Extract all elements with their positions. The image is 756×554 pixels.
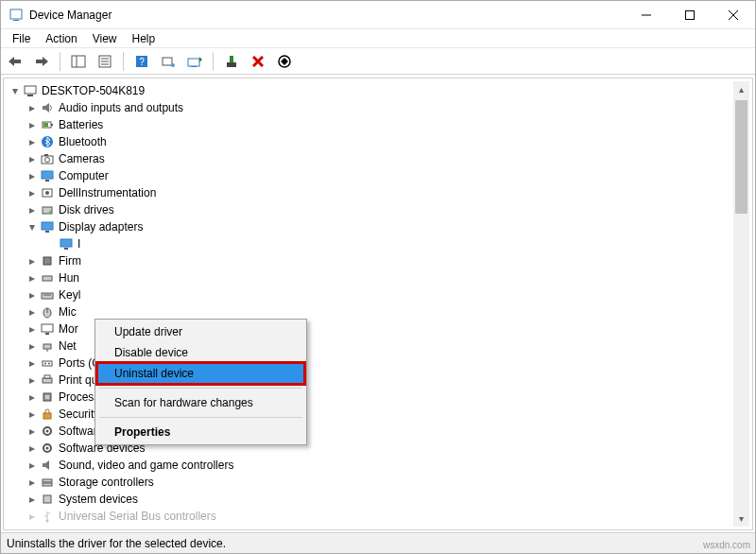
menu-file[interactable]: File <box>5 30 38 47</box>
scroll-up-icon[interactable]: ▴ <box>733 81 749 97</box>
tree-node-diskdrives[interactable]: ▸ Disk drives <box>4 201 752 218</box>
svg-rect-33 <box>51 124 53 126</box>
device-tree[interactable]: ▾ DESKTOP-504K819 ▸ Audio inputs and out… <box>3 78 753 530</box>
scroll-down-icon[interactable]: ▾ <box>733 511 749 527</box>
chevron-right-icon[interactable]: ▸ <box>26 340 38 352</box>
help-button[interactable]: ? <box>131 51 152 72</box>
ctx-properties[interactable]: Properties <box>97 422 304 442</box>
chevron-right-icon[interactable]: ▸ <box>26 272 38 284</box>
chevron-right-icon[interactable]: ▸ <box>26 187 38 199</box>
scrollbar-thumb[interactable] <box>735 100 747 214</box>
uninstall-button[interactable] <box>248 51 268 72</box>
svg-point-42 <box>45 191 49 195</box>
battery-icon <box>40 117 55 132</box>
svg-rect-9 <box>36 60 43 63</box>
display-icon <box>59 236 74 251</box>
forward-button[interactable] <box>31 51 52 72</box>
tree-node-sound[interactable]: ▸ Sound, video and game controllers <box>4 457 752 474</box>
chevron-down-icon[interactable]: ▾ <box>9 85 21 96</box>
menu-help[interactable]: Help <box>125 30 163 47</box>
svg-rect-3 <box>686 10 695 19</box>
tree-node-firmware[interactable]: ▸ Firm <box>4 252 752 269</box>
chevron-right-icon[interactable]: ▸ <box>26 476 38 488</box>
menu-action[interactable]: Action <box>38 30 84 47</box>
chevron-right-icon[interactable]: ▸ <box>26 102 38 113</box>
svg-rect-55 <box>42 324 53 332</box>
chevron-right-icon[interactable]: ▸ <box>26 170 38 182</box>
show-hide-tree-button[interactable] <box>68 51 89 72</box>
printer-icon <box>40 372 55 388</box>
tree-node-usb[interactable]: ▸ Universal Serial Bus controllers <box>4 508 752 525</box>
chevron-right-icon[interactable]: ▸ <box>26 408 38 420</box>
ctx-disable-device[interactable]: Disable device <box>97 342 304 363</box>
ctx-uninstall-device[interactable]: Uninstall device <box>97 363 304 384</box>
titlebar: Device Manager <box>1 1 755 29</box>
tree-node-cameras[interactable]: ▸ Cameras <box>4 150 752 167</box>
device-icon <box>40 185 55 200</box>
scan-hardware-button[interactable] <box>158 51 179 72</box>
chevron-right-icon[interactable]: ▸ <box>26 289 38 301</box>
tree-node-audio[interactable]: ▸ Audio inputs and outputs <box>4 99 752 116</box>
tree-node-bluetooth[interactable]: ▸ Bluetooth <box>4 133 752 150</box>
tree-node-keyboards[interactable]: ▸ Keyl <box>4 286 752 303</box>
tree-node-displayadapters[interactable]: ▾ Display adapters <box>4 218 752 235</box>
update-driver-button[interactable] <box>184 51 205 72</box>
chevron-right-icon[interactable]: ▸ <box>26 119 38 130</box>
svg-point-37 <box>45 158 50 163</box>
svg-rect-46 <box>45 231 49 233</box>
vertical-scrollbar[interactable]: ▴ ▾ <box>733 81 749 527</box>
chevron-right-icon[interactable]: ▸ <box>26 459 38 471</box>
node-label: Sound, video and game controllers <box>59 459 233 472</box>
svg-rect-49 <box>43 257 51 265</box>
chevron-right-icon[interactable]: ▸ <box>26 136 38 147</box>
chevron-right-icon[interactable]: ▸ <box>26 374 38 386</box>
chevron-down-icon[interactable]: ▾ <box>26 221 38 233</box>
chevron-right-icon[interactable]: ▸ <box>26 391 38 403</box>
tree-node-storage[interactable]: ▸ Storage controllers <box>4 474 752 491</box>
chevron-right-icon[interactable]: ▸ <box>26 323 38 335</box>
tree-node-computer[interactable]: ▸ Computer <box>4 167 752 184</box>
tree-node-hid[interactable]: ▸ Hun <box>4 269 752 286</box>
back-button[interactable] <box>5 51 26 72</box>
properties-button[interactable] <box>94 51 115 72</box>
svg-rect-56 <box>45 333 49 335</box>
minimize-button[interactable] <box>625 1 668 29</box>
tree-node-system[interactable]: ▸ System devices <box>4 491 752 508</box>
chevron-right-icon[interactable]: ▸ <box>26 511 38 522</box>
svg-rect-73 <box>43 483 52 486</box>
svg-point-70 <box>46 447 49 450</box>
svg-point-75 <box>46 520 49 523</box>
port-icon <box>40 355 55 371</box>
tree-node-dellinstr[interactable]: ▸ DellInstrumentation <box>4 184 752 201</box>
svg-rect-74 <box>43 495 51 503</box>
chevron-right-icon[interactable]: ▸ <box>26 153 38 164</box>
keyboard-icon <box>40 287 55 303</box>
close-button[interactable] <box>712 1 755 29</box>
chevron-right-icon[interactable]: ▸ <box>26 357 38 369</box>
node-label: Mor <box>59 322 78 336</box>
menubar: File Action View Help <box>1 29 755 48</box>
ctx-update-driver[interactable]: Update driver <box>97 321 304 342</box>
svg-marker-6 <box>9 57 14 66</box>
chevron-right-icon[interactable]: ▸ <box>26 255 38 267</box>
chevron-right-icon[interactable]: ▸ <box>26 306 38 318</box>
chevron-right-icon[interactable]: ▸ <box>26 493 38 505</box>
ctx-scan-hardware[interactable]: Scan for hardware changes <box>97 392 304 413</box>
computer-icon <box>23 83 38 98</box>
enable-device-button[interactable] <box>221 51 242 72</box>
node-label: Audio inputs and outputs <box>59 101 183 114</box>
chevron-right-icon[interactable]: ▸ <box>26 204 38 216</box>
maximize-button[interactable] <box>668 1 712 29</box>
disable-device-button[interactable] <box>274 51 295 72</box>
lock-icon <box>40 407 55 422</box>
network-icon <box>40 338 55 354</box>
chevron-right-icon[interactable]: ▸ <box>26 442 38 454</box>
toolbar-separator <box>213 52 214 71</box>
tree-node-display-child[interactable]: I <box>4 235 752 252</box>
node-label: I <box>77 237 80 251</box>
tree-root[interactable]: ▾ DESKTOP-504K819 <box>4 82 752 99</box>
svg-rect-59 <box>43 361 52 366</box>
tree-node-batteries[interactable]: ▸ Batteries <box>4 116 752 133</box>
chevron-right-icon[interactable]: ▸ <box>26 425 38 437</box>
menu-view[interactable]: View <box>85 30 125 47</box>
